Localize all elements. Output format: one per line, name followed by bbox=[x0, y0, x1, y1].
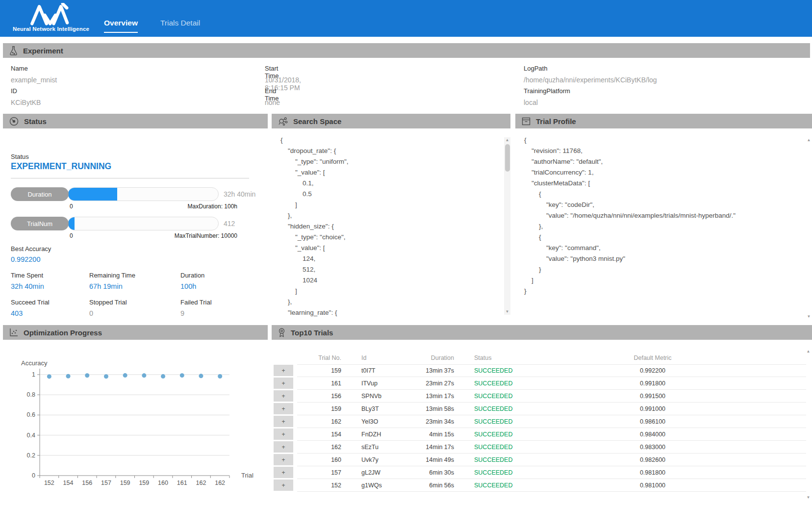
nni-logo-block: Neural Network Intelligence bbox=[12, 2, 90, 32]
scroll-track[interactable] bbox=[805, 354, 812, 495]
chart-tick-label: 161 bbox=[177, 480, 187, 486]
expand-row-button[interactable]: + bbox=[274, 466, 297, 479]
scroll-track[interactable] bbox=[806, 143, 812, 314]
tab-trials-detail[interactable]: Trials Detail bbox=[160, 19, 200, 33]
expand-plus-icon[interactable]: + bbox=[274, 454, 293, 465]
duration-cell: 4min 15s bbox=[405, 428, 459, 441]
expand-row-button[interactable]: + bbox=[274, 390, 297, 403]
expand-row-button[interactable]: + bbox=[274, 377, 297, 390]
chart-tick-label: 162 bbox=[196, 480, 206, 486]
trial-profile-scrollbar: ▲ ▼ bbox=[806, 137, 812, 320]
archive-box-icon bbox=[522, 117, 531, 126]
expand-plus-icon[interactable]: + bbox=[274, 365, 293, 376]
scatter-point[interactable] bbox=[142, 373, 146, 378]
trial-id-cell: g1WQs bbox=[346, 479, 405, 492]
top10-card: Top10 Trials Trial No. Id Duration Statu… bbox=[272, 325, 812, 505]
expand-plus-icon[interactable]: + bbox=[274, 390, 293, 402]
expand-row-button[interactable]: + bbox=[274, 364, 297, 377]
scatter-point[interactable] bbox=[123, 373, 127, 378]
scroll-up-arrow-icon[interactable]: ▲ bbox=[504, 137, 510, 143]
trial-profile-body: { "revision": 11768, "authorName": "defa… bbox=[515, 128, 812, 323]
scatter-point[interactable] bbox=[66, 374, 71, 379]
tab-overview[interactable]: Overview bbox=[104, 19, 138, 33]
experiment-title: Experiment bbox=[23, 47, 63, 55]
duration-cell: 6min 56s bbox=[405, 479, 459, 492]
scatter-point[interactable] bbox=[161, 374, 165, 379]
filler-cell bbox=[748, 479, 806, 492]
trial-no-cell: 154 bbox=[297, 428, 346, 441]
scroll-down-arrow-icon[interactable]: ▼ bbox=[805, 495, 812, 501]
scatter-point[interactable] bbox=[180, 373, 184, 378]
succeed-trial-value: 403 bbox=[11, 309, 23, 317]
scroll-thumb[interactable] bbox=[505, 144, 510, 172]
filler-cell bbox=[748, 390, 806, 403]
chart-tick-label: Trial bbox=[241, 472, 254, 479]
expand-plus-icon[interactable]: + bbox=[274, 480, 293, 491]
table-row: +152g1WQs6min 56sSUCCEEDED0.981000 bbox=[274, 479, 806, 492]
trial-id-cell: YeI3O bbox=[346, 415, 405, 428]
expand-row-button[interactable]: + bbox=[274, 415, 297, 428]
expand-row-button[interactable]: + bbox=[274, 454, 297, 466]
status-body: Status EXPERIMENT_RUNNING Duration 32h 4… bbox=[3, 128, 268, 323]
table-row: +162YeI3O23min 34sSUCCEEDED0.986100 bbox=[274, 415, 806, 428]
expand-plus-icon[interactable]: + bbox=[274, 416, 293, 427]
scatter-point[interactable] bbox=[85, 373, 89, 378]
duration-cell: 13min 17s bbox=[405, 390, 459, 403]
scatter-point[interactable] bbox=[199, 374, 203, 378]
status-divider bbox=[11, 178, 249, 178]
stopped-trial-value: 0 bbox=[89, 309, 93, 317]
trialnum-min: 0 bbox=[70, 232, 73, 239]
medal-icon bbox=[278, 328, 285, 337]
expand-row-button[interactable]: + bbox=[274, 479, 297, 492]
expand-plus-icon[interactable]: + bbox=[274, 403, 293, 414]
exp-platform-label: TrainingPlatform bbox=[524, 87, 570, 95]
chart-tick-label: 0 bbox=[32, 472, 35, 479]
time-spent-label: Time Spent bbox=[11, 272, 43, 279]
succeed-trial-label: Succeed Trial bbox=[11, 299, 50, 306]
chart-tick-label: 159 bbox=[120, 480, 130, 486]
trial-no-cell: 161 bbox=[297, 377, 346, 390]
status-cell: SUCCEEDED bbox=[459, 377, 557, 390]
exp-platform-value: local bbox=[524, 99, 538, 106]
stopped-trial-label: Stopped Trial bbox=[89, 299, 127, 306]
scatter-point[interactable] bbox=[218, 374, 222, 379]
expand-plus-icon[interactable]: + bbox=[274, 467, 293, 478]
metric-cell: 0.984000 bbox=[557, 428, 748, 441]
scroll-up-arrow-icon[interactable]: ▲ bbox=[805, 349, 812, 354]
scroll-down-arrow-icon[interactable]: ▼ bbox=[806, 314, 812, 320]
chart-tick-label: 159 bbox=[139, 480, 149, 486]
metric-cell: 0.982600 bbox=[557, 454, 748, 466]
expand-row-button[interactable]: + bbox=[274, 403, 297, 415]
table-row: +159BLy3T13min 58sSUCCEEDED0.991000 bbox=[274, 403, 806, 415]
expand-plus-icon[interactable]: + bbox=[274, 441, 293, 453]
duration-stat-label: Duration bbox=[180, 272, 204, 279]
trialnum-minmax: 0 MaxTrialNumber: 10000 bbox=[70, 232, 237, 239]
expand-plus-icon[interactable]: + bbox=[274, 378, 293, 389]
col-id: Id bbox=[346, 352, 405, 364]
trial-profile-card: Trial Profile { "revision": 11768, "auth… bbox=[515, 114, 812, 323]
trial-id-cell: Uvk7y bbox=[346, 454, 405, 466]
metric-cell: 0.981800 bbox=[557, 466, 748, 479]
scroll-track[interactable] bbox=[504, 143, 510, 309]
search-space-card: Search Space { "dropout_rate": { "_type"… bbox=[272, 114, 510, 323]
scatter-point[interactable] bbox=[47, 374, 51, 379]
duration-pill-label: Duration bbox=[11, 187, 69, 201]
table-row: +160Uvk7y14min 49sSUCCEEDED0.982600 bbox=[274, 454, 806, 466]
trial-id-cell: BLy3T bbox=[346, 403, 405, 415]
duration-stat-value: 100h bbox=[180, 282, 196, 290]
duration-min: 0 bbox=[70, 203, 73, 210]
expand-row-button[interactable]: + bbox=[274, 428, 297, 441]
scroll-down-arrow-icon[interactable]: ▼ bbox=[504, 309, 510, 315]
metric-cell: 0.991800 bbox=[557, 377, 748, 390]
trial-id-cell: ITVup bbox=[346, 377, 405, 390]
expand-plus-icon[interactable]: + bbox=[274, 429, 293, 440]
exp-id-value: KCiBytKB bbox=[11, 99, 41, 106]
trial-no-cell: 157 bbox=[297, 466, 346, 479]
metric-cell: 0.991000 bbox=[557, 403, 748, 415]
status-cell: SUCCEEDED bbox=[459, 466, 557, 479]
scatter-point[interactable] bbox=[104, 374, 108, 379]
scroll-up-arrow-icon[interactable]: ▲ bbox=[806, 137, 812, 143]
top10-header: Top10 Trials bbox=[272, 325, 812, 340]
expand-row-button[interactable]: + bbox=[274, 441, 297, 454]
accuracy-scatter-chart[interactable]: 00.20.40.60.8115215415615715915916016116… bbox=[3, 340, 268, 505]
